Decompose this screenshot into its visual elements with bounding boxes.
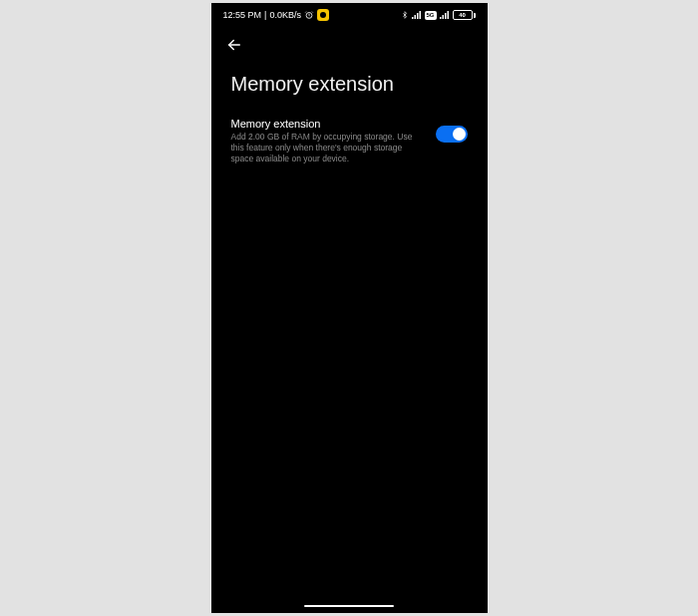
svg-rect-6 xyxy=(442,15,444,19)
alarm-icon xyxy=(304,10,314,20)
signal-sim2-icon xyxy=(440,11,450,19)
setting-description: Add 2.00 GB of RAM by occupying storage.… xyxy=(231,132,426,164)
bluetooth-icon xyxy=(401,10,409,20)
signal-sim1-icon xyxy=(412,11,422,19)
svg-rect-8 xyxy=(447,11,449,19)
svg-rect-5 xyxy=(440,17,442,19)
app-bar xyxy=(211,27,488,63)
net-speed-text: 0.0KB/s xyxy=(269,10,301,20)
memory-extension-toggle[interactable] xyxy=(436,126,468,143)
clock-text: 12:55 PM xyxy=(223,10,262,20)
setting-title: Memory extension xyxy=(231,118,426,130)
status-left: 12:55 PM | 0.0KB/s xyxy=(223,9,329,21)
back-button[interactable] xyxy=(225,36,243,54)
page-title: Memory extension xyxy=(211,63,488,112)
battery-percent-text: 40 xyxy=(453,10,473,20)
home-indicator[interactable] xyxy=(304,605,394,607)
setting-text-block: Memory extension Add 2.00 GB of RAM by o… xyxy=(231,118,426,164)
status-bar: 12:55 PM | 0.0KB/s xyxy=(211,3,488,27)
status-separator: | xyxy=(264,10,266,20)
memory-extension-row: Memory extension Add 2.00 GB of RAM by o… xyxy=(211,112,488,164)
volte-badge-icon: 5G xyxy=(425,11,437,20)
battery-icon: 40 xyxy=(453,10,476,20)
privacy-indicator-icon xyxy=(317,9,329,21)
svg-rect-4 xyxy=(419,11,421,19)
phone-frame: 12:55 PM | 0.0KB/s xyxy=(211,3,488,613)
svg-rect-2 xyxy=(414,15,416,19)
status-right: 5G 40 xyxy=(401,10,476,20)
svg-rect-1 xyxy=(412,17,414,19)
svg-rect-7 xyxy=(445,13,447,19)
svg-rect-3 xyxy=(417,13,419,19)
